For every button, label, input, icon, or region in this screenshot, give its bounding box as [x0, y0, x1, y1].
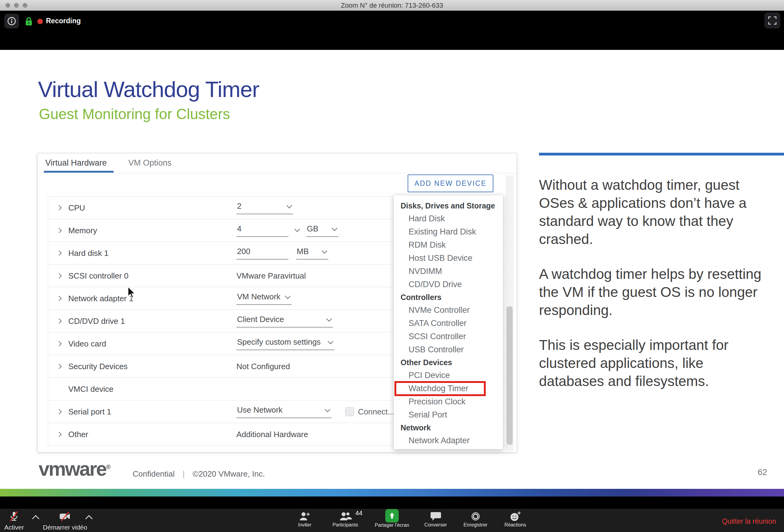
paragraph-1: Without a watchdog timer, guest OSes & a… [539, 176, 762, 248]
disk-unit-select[interactable]: MB [296, 247, 328, 260]
menu-item-usb-controller[interactable]: USB Controller [394, 343, 503, 356]
expand-chevron-icon[interactable] [57, 409, 62, 414]
unmute-label: Activer [4, 524, 24, 531]
menu-item-precision-clock[interactable]: Precision Clock [394, 395, 503, 408]
menu-item-serial-port[interactable]: Serial Port [394, 408, 503, 421]
participants-icon [339, 511, 352, 522]
connect-checkbox[interactable] [345, 407, 354, 416]
expand-chevron-icon[interactable] [57, 341, 62, 347]
menu-item-nvme-controller[interactable]: NVMe Controller [394, 304, 503, 317]
start-video-button[interactable]: Démarrer vidéo [43, 510, 87, 531]
expand-chevron-icon[interactable] [57, 273, 62, 278]
memory-size-input[interactable]: 4 [236, 224, 288, 237]
chat-bubble-icon [430, 511, 441, 522]
paragraph-2: A watchdog timer helps by resetting the … [539, 265, 762, 319]
share-screen-button[interactable]: Partager l'écran [367, 510, 417, 528]
menu-item-rdm-disk[interactable]: RDM Disk [394, 238, 503, 252]
serial-port-select[interactable]: Use Network [236, 405, 331, 418]
memory-unit-select[interactable]: GB [306, 224, 338, 237]
tab-virtual-hardware[interactable]: Virtual Hardware [45, 158, 107, 168]
scrollbar-thumb[interactable] [507, 306, 513, 445]
start-video-label: Démarrer vidéo [43, 524, 87, 531]
menu-item-scsi-controller[interactable]: SCSI Controller [394, 330, 503, 343]
row-label: CPU [68, 203, 85, 212]
menu-section-other-devices: Other Devices [394, 356, 503, 369]
fullscreen-button[interactable] [764, 12, 780, 28]
row-label: CD/DVD drive 1 [68, 316, 125, 326]
cpu-count-select[interactable]: 2 [236, 201, 293, 214]
invite-button[interactable]: Inviter [286, 510, 323, 528]
expand-chevron-icon[interactable] [57, 228, 62, 233]
active-tab-underline [44, 171, 114, 173]
participants-button[interactable]: 44 Participants [323, 510, 367, 528]
recording-label: Recording [46, 17, 81, 25]
menu-item-existing-hard-disk[interactable]: Existing Hard Disk [394, 225, 503, 238]
network-select[interactable]: VM Network [236, 292, 291, 305]
menu-item-watchdog-timer[interactable]: Watchdog Timer [394, 382, 503, 395]
chevron-down-icon [286, 203, 292, 208]
cddvd-value: Client Device [237, 315, 284, 324]
dialog-scrollbar [506, 175, 513, 451]
meeting-toolbar: Activer Démarrer vidéo [0, 509, 784, 532]
menu-item-pci-device[interactable]: PCI Device [394, 369, 503, 382]
zoom-meeting-window: Zoom N° de réunion: 713-260-633 Recordin… [0, 0, 784, 532]
share-screen-label: Partager l'écran [375, 523, 409, 528]
vmware-logo: vmware® [38, 457, 111, 480]
leave-meeting-button[interactable]: Quitter la réunion [722, 517, 776, 526]
row-label: Serial port 1 [68, 407, 111, 416]
add-new-device-button[interactable]: ADD NEW DEVICE [408, 175, 493, 192]
tab-vm-options[interactable]: VM Options [128, 158, 171, 168]
reactions-button[interactable]: Réactions [496, 510, 534, 528]
network-value: VM Network [237, 292, 281, 301]
footer-separator: | [183, 469, 185, 479]
toolbar-center-group: Inviter 44 Participants [286, 510, 534, 528]
expand-chevron-icon[interactable] [57, 296, 62, 301]
slide-subtitle: Guest Monitoring for Clusters [39, 106, 230, 122]
scsi-controller-value: VMware Paravirtual [236, 271, 306, 280]
chevron-down-icon [285, 293, 290, 299]
cddvd-select[interactable]: Client Device [236, 315, 333, 327]
expand-chevron-icon[interactable] [57, 205, 62, 211]
info-icon [7, 17, 16, 26]
audio-options-chevron[interactable] [32, 515, 39, 522]
share-screen-icon [385, 509, 399, 523]
meeting-info-button[interactable] [4, 14, 19, 28]
menu-item-hard-disk[interactable]: Hard Disk [394, 212, 503, 225]
row-label: Hard disk 1 [68, 248, 109, 258]
chevron-down-icon[interactable] [294, 226, 300, 232]
mouse-cursor [127, 286, 136, 300]
chevron-down-icon [321, 248, 327, 254]
row-label: Video card [68, 339, 106, 348]
menu-section-storage: Disks, Drives and Storage [394, 200, 503, 212]
menu-item-nvdimm[interactable]: NVDIMM [394, 265, 503, 278]
expand-chevron-icon[interactable] [57, 319, 62, 324]
video-card-value: Specify custom settings [237, 337, 320, 347]
record-icon [470, 511, 481, 522]
invite-label: Inviter [298, 522, 311, 528]
dialog-tabbar: Virtual Hardware VM Options [38, 153, 516, 173]
recording-indicator-dot [37, 19, 43, 24]
menu-item-sata-controller[interactable]: SATA Controller [394, 317, 503, 330]
expand-chevron-icon[interactable] [57, 432, 62, 437]
disk-size-input[interactable]: 200 [236, 247, 288, 260]
row-label: SCSI controller 0 [68, 271, 129, 280]
record-button[interactable]: Enregistrer [455, 510, 496, 528]
video-card-select[interactable]: Specify custom settings [236, 337, 334, 350]
slide-page-number: 62 [758, 467, 767, 477]
divider-rule [539, 153, 784, 155]
unmute-button[interactable]: Activer [4, 510, 24, 531]
chevron-down-icon [326, 316, 332, 321]
menu-item-network-adapter[interactable]: Network Adapter [394, 434, 503, 447]
reactions-label: Réactions [504, 522, 526, 528]
participants-label: Participants [333, 522, 358, 528]
expand-chevron-icon[interactable] [57, 364, 62, 369]
chat-button[interactable]: Converser [417, 510, 455, 528]
menu-item-cddvd-drive[interactable]: CD/DVD Drive [394, 278, 503, 291]
memory-size-value: 4 [237, 224, 241, 234]
slide-gradient-bar [0, 489, 784, 497]
chevron-down-icon [332, 225, 337, 231]
menu-item-host-usb-device[interactable]: Host USB Device [394, 252, 503, 265]
expand-chevron-icon[interactable] [57, 251, 62, 256]
row-label: Security Devices [68, 361, 128, 371]
paragraph-3: This is especially important for cluster… [539, 336, 762, 390]
